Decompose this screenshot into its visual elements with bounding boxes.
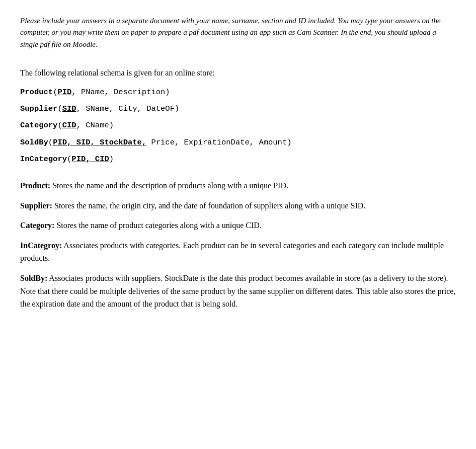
soldby-keys: PID, SID, StockDate,: [53, 138, 146, 147]
supplier-description: Supplier: Stores the name, the origin ci…: [20, 199, 456, 212]
product-schema-line: Product(PID, PName, Description): [20, 87, 456, 98]
soldby-description: SoldBy: Associates products with supplie…: [20, 272, 456, 311]
supplier-sid: SID: [62, 104, 76, 113]
product-desc-text: Stores the name and the description of p…: [50, 181, 288, 190]
category-desc-text: Stores the name of product categories al…: [54, 221, 261, 230]
supplier-table-name: Supplier: [20, 104, 57, 113]
soldby-table-name: SoldBy: [20, 138, 48, 147]
category-table-name: Category: [20, 121, 57, 130]
soldby-schema-line: SoldBy(PID, SID, StockDate, Price, Expir…: [20, 137, 456, 148]
product-label: Product:: [20, 181, 50, 190]
soldby-rest: Price, ExpirationDate, Amount): [146, 138, 291, 147]
intro-paragraph: Please include your answers in a separat…: [20, 15, 456, 50]
incategory-paren-close: ): [109, 155, 114, 164]
category-label: Category:: [20, 221, 54, 230]
product-table-name: Product: [20, 88, 53, 97]
category-description: Category: Stores the name of product cat…: [20, 219, 456, 232]
category-rest: , CName): [76, 121, 114, 130]
schema-block: Product(PID, PName, Description) Supplie…: [20, 87, 456, 165]
category-paren-open: (: [57, 121, 62, 130]
product-rest: , PName, Description): [71, 88, 170, 97]
soldby-desc-text: Associates products with suppliers. Stoc…: [20, 274, 455, 308]
schema-intro-text: The following relational schema is given…: [20, 68, 456, 78]
category-schema-line: Category(CID, CName): [20, 120, 456, 131]
incategroy-desc-text: Associates products with categories. Eac…: [20, 241, 444, 263]
supplier-label: Supplier:: [20, 201, 52, 210]
incategory-paren-open: (: [67, 155, 71, 164]
supplier-paren-open: (: [57, 104, 62, 113]
product-description: Product: Stores the name and the descrip…: [20, 179, 456, 192]
supplier-schema-line: Supplier(SID, SName, City, DateOF): [20, 103, 456, 115]
supplier-rest: , SName, City, DateOF): [76, 104, 180, 113]
incategroy-description: InCategroy: Associates products with cat…: [20, 239, 456, 265]
category-cid: CID: [62, 121, 76, 130]
supplier-desc-text: Stores the name, the origin city, and th…: [52, 201, 365, 210]
product-pid: PID: [57, 88, 71, 97]
soldby-label: SoldBy:: [20, 274, 47, 282]
descriptions-block: Product: Stores the name and the descrip…: [20, 179, 456, 311]
incategory-table-name: InCategory: [20, 155, 67, 164]
incategroy-label: InCategroy:: [20, 241, 62, 250]
incategory-schema-line: InCategory(PID, CID): [20, 154, 456, 165]
soldby-paren-open: (: [48, 138, 53, 147]
incategory-keys: PID, CID: [71, 155, 109, 164]
